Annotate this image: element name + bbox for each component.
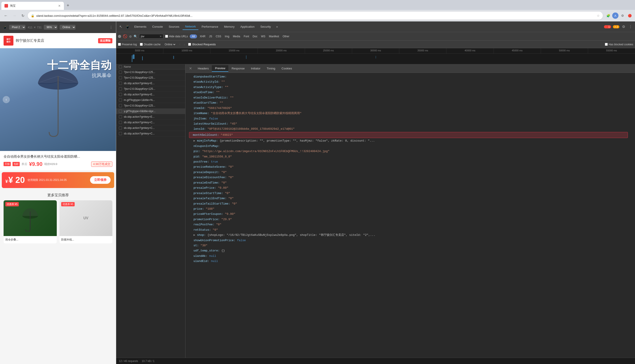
extensions-icon[interactable]: 🧩 [605, 12, 611, 19]
filter-btn-img[interactable]: Img [224, 34, 230, 38]
new-tab-button[interactable]: + [64, 2, 72, 9]
address-bar[interactable]: 🔒 uland.taobao.com/coupon/edetail?spm=a3… [28, 12, 603, 20]
filter-btn-other[interactable]: Other [282, 34, 290, 38]
tab-sources[interactable]: Sources [166, 24, 182, 30]
detail-tab-timing[interactable]: Timing [264, 66, 279, 72]
request-item-3[interactable]: sb.sbp.action?gmkey=E... [116, 80, 185, 86]
request-item-9[interactable]: sb.sbp.action?gmkey=E... [116, 114, 185, 120]
json-line-etaoStartTime: etaoStartTime: "" [189, 100, 631, 106]
online-dropdown[interactable]: Online [164, 43, 176, 46]
filter-btn-manifest[interactable]: Manifest [268, 34, 280, 38]
filter-btn-js[interactable]: JS [208, 34, 213, 38]
phone-content: 韩宁骏尔 韩宁骏尔汇专卖店 送运费险 [0, 33, 116, 364]
request-item-11[interactable]: sb.sbp.action?gmkey=C... [116, 125, 185, 131]
browser-tab[interactable]: 淘宝 ✕ [1, 2, 64, 10]
filter-input-container: ✕ [139, 34, 163, 39]
json-line-presaleDiscountFee: presaleDiscountFee: "0" [189, 175, 631, 180]
tab-elements[interactable]: Elements [132, 24, 149, 30]
request-item-7[interactable]: ?jsv=2.6.0&appKey=125... [116, 103, 185, 108]
json-line-retStatus: retStatus: "0" [189, 227, 631, 232]
detail-tab-response[interactable]: Response [228, 66, 248, 72]
search-icon[interactable]: 🔍 [134, 34, 137, 38]
disable-cache-check[interactable]: Disable cache [140, 43, 160, 46]
network-select[interactable]: Online [60, 25, 76, 30]
forward-button[interactable]: → [11, 12, 18, 19]
filter-clear[interactable]: ✕ [160, 35, 162, 38]
request-count-label: 12 / 46 requests [119, 360, 138, 363]
ext1[interactable]: ⚙ [619, 12, 625, 19]
claim-coupon-button[interactable]: 立即领券 [90, 176, 111, 184]
request-item-10[interactable]: sb.sbp.action?gmkey=C... [116, 120, 185, 125]
filter-btn-doc[interactable]: Doc [252, 34, 258, 38]
product-card-1[interactable]: 优惠券 ¥5 雨伞折叠... [4, 200, 57, 244]
close-detail-button[interactable]: ✕ [187, 66, 194, 72]
zoom-select[interactable]: 96% [44, 25, 58, 30]
tab-performance[interactable]: Performance [199, 24, 221, 30]
filter-input[interactable] [141, 34, 159, 38]
nav-arrow[interactable]: ‹ [3, 96, 10, 103]
detail-tab-preview[interactable]: Preview [212, 65, 228, 72]
filter-btn-css[interactable]: CSS [215, 34, 222, 38]
coupon-info: 使用期限 2021.03.31-2021.04.05 [28, 178, 90, 182]
tab-application[interactable]: Application [238, 24, 257, 30]
json-line-shop: ▶ shop: {shopLogo: "/16/92/TB1Jgt6aKuSBu… [189, 232, 631, 238]
blocked-requests-checkbox[interactable]: Blocked Requests [188, 43, 216, 46]
request-item-1[interactable]: ?jsv=2.6.0&appKey=125... [116, 70, 185, 75]
tab-security[interactable]: Security [258, 24, 274, 30]
json-preview: dianpubaoStartTime: etaoActivityId: "" e… [186, 73, 635, 358]
request-item-12[interactable]: sb.sbp.action?gmkey=C... [116, 131, 185, 136]
json-line-udf-temp-store: udf_temp_store: {} [189, 248, 631, 253]
settings-icon[interactable]: ⚙ [621, 24, 626, 30]
preserve-log-check[interactable]: Preserve log [118, 43, 137, 46]
devtools-tabs-bar: ↖ 📱 Elements Console Sources Network Per… [116, 22, 635, 32]
product-card-2[interactable]: 优惠券 ¥5 UV 防紫外线... [60, 200, 113, 244]
more-actions-icon[interactable]: ⋮ [628, 24, 633, 30]
filter-icon[interactable]: ⊘ [129, 34, 132, 38]
filter-btn-xhr[interactable]: XHR [199, 34, 206, 38]
request-item-6[interactable]: m.gif?logtype=1&title=%... [116, 97, 185, 103]
device-select[interactable]: Pixel 2 [9, 25, 26, 30]
json-line-promotionPrice: promotionPrice: "29.9" [189, 217, 631, 222]
detail-tab-initiator[interactable]: Initiator [248, 66, 264, 72]
reload-button[interactable]: ↻ [19, 12, 26, 19]
discount-badge-1: 优惠券 ¥5 [5, 202, 19, 206]
network-content-area: Name ?jsv=2.6.0&appKey=125... ?jsv=2.6.0… [116, 64, 635, 358]
detail-tab-cookies[interactable]: Cookies [278, 66, 295, 72]
more-options-icon[interactable]: ⋮ [109, 25, 113, 30]
devtools-icon-cursor[interactable]: ↖ [118, 24, 124, 30]
filter-btn-font[interactable]: Font [243, 34, 250, 38]
request-item-2[interactable]: ?jsv=2.6.0&appKey=125... [116, 75, 185, 80]
profile-icon[interactable]: A [612, 12, 618, 19]
timeline-marker-3: 15000 ms [211, 48, 258, 53]
json-line-presaleTailStartTime: presaleTailStartTime: "0" [189, 201, 631, 206]
dimension-separator: 411 ✕ 731 [28, 26, 42, 29]
discount-badge-2: 优惠券 ¥5 [61, 202, 75, 206]
tab-close[interactable]: ✕ [58, 4, 61, 8]
hide-data-urls-check[interactable]: Hide data URLs [165, 35, 188, 38]
json-line-postFree: postFree: true [189, 159, 631, 164]
has-blocked-cookies-check[interactable]: Has blocked cookies [605, 43, 633, 46]
devtools-icon-mobile[interactable]: 📱 [124, 24, 131, 30]
back-button[interactable]: ← [2, 12, 10, 19]
tab-console[interactable]: Console [150, 24, 166, 30]
sales-count: 4.98万笔成交 [91, 162, 112, 167]
clear-button[interactable]: 🚫 [123, 34, 127, 38]
bookmark-icon[interactable]: ☆ [597, 14, 600, 18]
request-item-5[interactable]: sb.sbp.action?gmkey=E... [116, 92, 185, 97]
tab-more[interactable]: » [274, 24, 280, 30]
json-line-mzmjInfoMap: ▶ mzmjInfoMap: {promotionDescription: ""… [189, 138, 631, 143]
detail-panel: ✕ Headers Preview Response Initiator Tim… [186, 64, 635, 358]
json-line-latestHourSellCount: latestHourSellCount: "45" [189, 121, 631, 126]
detail-tab-headers[interactable]: Headers [195, 66, 212, 72]
filter-btn-media[interactable]: Media [232, 34, 241, 38]
timeline: 5000 ms 10000 ms 15000 ms 20000 ms 25000… [116, 48, 635, 64]
ext2[interactable]: 🔴 [626, 12, 633, 19]
tab-memory[interactable]: Memory [221, 24, 237, 30]
request-item-8[interactable]: y.gif?logtype=0&title=&pr... [116, 108, 185, 114]
request-item-4[interactable]: ?jsv=2.6.0&appKey=125... [116, 86, 185, 92]
filter-tag-all[interactable]: All [190, 34, 197, 38]
filter-btn-ws[interactable]: WS [260, 34, 266, 38]
json-line-itemId: itemId: "566174470926" [189, 106, 631, 111]
record-button[interactable] [118, 35, 121, 38]
tab-network[interactable]: Network [183, 24, 199, 30]
